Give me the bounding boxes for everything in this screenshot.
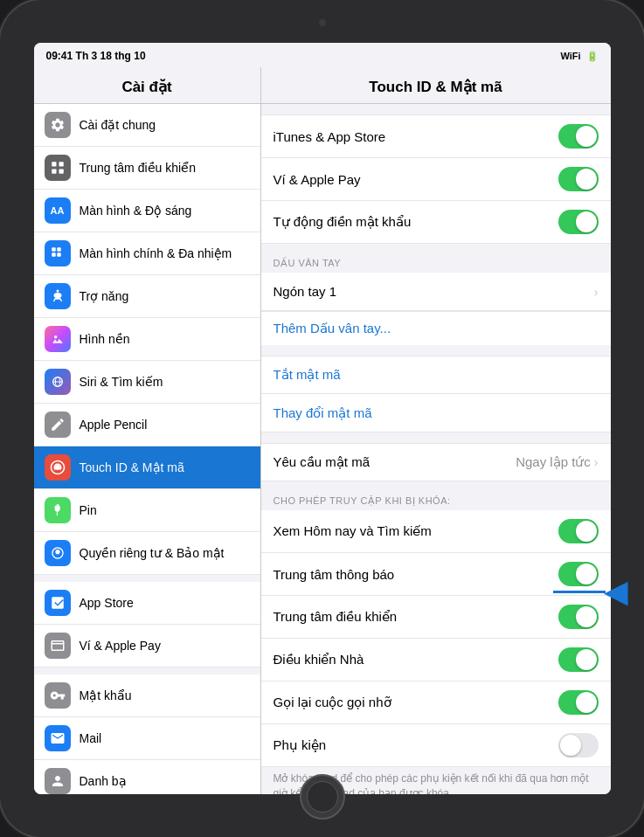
chevron-icon: › (594, 285, 599, 299)
chevron-icon-require: › (594, 455, 599, 469)
toggle-xem-hom-nay[interactable] (558, 519, 599, 543)
svg-rect-7 (57, 252, 61, 257)
yeu-cau-mat-ma-label: Yêu cầu mật mã (274, 454, 370, 470)
siri-icon (45, 369, 71, 395)
toggle-goi-lai-cuoc-goi[interactable] (558, 690, 599, 715)
home-button-inner (307, 781, 338, 813)
toggle-tu-dong-dien[interactable] (558, 210, 599, 234)
svg-rect-2 (52, 169, 56, 174)
fingerprint-section-label: DẤU VÂN TAY (261, 254, 611, 273)
sidebar-item-label-apple-pencil: Apple Pencil (80, 418, 148, 432)
svg-rect-1 (59, 162, 63, 166)
sidebar-item-hinh-nen[interactable]: Hình nền (34, 318, 260, 361)
apple-pencil-icon (45, 412, 71, 438)
cell-ngon-tay-1[interactable]: Ngón tay 1 › (261, 273, 611, 311)
mat-khau-icon (45, 682, 71, 709)
goi-lai-cuoc-goi-label: Gọi lại cuộc gọi nhỡ (274, 695, 391, 710)
man-hinh-do-sang-icon: AA (45, 197, 71, 224)
sidebar-item-touch-id[interactable]: Touch ID & Mật mã (34, 446, 260, 489)
password-actions-section: Tắt mật mã Thay đổi mật mã (261, 356, 611, 432)
danh-ba-icon (45, 768, 71, 794)
sidebar-item-cai-dat-chung[interactable]: Cài đặt chung (34, 104, 260, 147)
device: 09:41 Th 3 18 thg 10 WiFi 🔋 Cài đặt (0, 0, 644, 837)
toggle-itunes-app-store[interactable] (558, 124, 599, 149)
sidebar-item-tro-nang[interactable]: Trợ năng (34, 275, 260, 318)
sidebar-item-label-mail: Mail (80, 731, 102, 745)
sidebar-item-siri[interactable]: Siri & Tìm kiếm (34, 361, 260, 404)
arrow-head: ◀ (604, 576, 628, 607)
sidebar-item-mat-khau[interactable]: Mật khẩu (34, 668, 260, 717)
mail-icon (45, 725, 71, 751)
allow-section-label: CHO PHÉP TRUY CẬP KHI BỊ KHÓA: (261, 492, 611, 510)
cell-thay-doi-mat-ma[interactable]: Thay đổi mật mã (261, 394, 611, 432)
sidebar-item-quyen-rieng-tu[interactable]: Quyền riêng tư & Bảo mật (34, 532, 260, 575)
yeu-cau-mat-ma-value: Ngay lập tức › (516, 454, 598, 470)
wifi-icon: WiFi (560, 51, 580, 61)
sidebar-item-apple-pencil[interactable]: Apple Pencil (34, 404, 260, 446)
sidebar-group-1: Cài đặt chung Trung tâm điều khiển AA Mà… (34, 104, 260, 575)
require-section: Yêu cầu mật mã Ngay lập tức › (261, 443, 611, 481)
sidebar-item-label-siri: Siri & Tìm kiếm (80, 375, 163, 389)
itunes-app-store-label: iTunes & App Store (274, 129, 386, 144)
arrow-line (553, 591, 606, 593)
toggle-trung-tam-dieu-khien[interactable] (558, 605, 599, 629)
toggle-phu-kien[interactable] (558, 733, 599, 757)
sidebar-item-label-man-hinh-chinh: Màn hình chính & Đa nhiệm (80, 246, 232, 260)
svg-rect-0 (52, 162, 56, 166)
status-icons: WiFi 🔋 (560, 51, 598, 62)
cell-tat-mat-ma[interactable]: Tắt mật mã (261, 356, 611, 394)
sidebar: Cài đặt Cài đặt chung Trung tâm đi (34, 67, 261, 794)
cell-dieu-khien-nha[interactable]: Điều khiển Nhà (261, 639, 611, 681)
cell-itunes-app-store[interactable]: iTunes & App Store (261, 114, 611, 158)
sidebar-item-mail[interactable]: Mail (34, 717, 260, 760)
camera (319, 19, 326, 26)
toggle-section: iTunes & App Store Ví & Apple Pay Tự độn… (261, 114, 611, 244)
cell-yeu-cau-mat-ma[interactable]: Yêu cầu mật mã Ngay lập tức › (261, 443, 611, 481)
tro-nang-icon (45, 283, 71, 309)
cell-tu-dong-dien[interactable]: Tự động điền mật khẩu (261, 201, 611, 244)
sidebar-item-label-touch-id: Touch ID & Mật mã (80, 460, 184, 474)
cell-phu-kien[interactable]: Phụ kiện (261, 724, 611, 767)
screen: 09:41 Th 3 18 thg 10 WiFi 🔋 Cài đặt (34, 43, 611, 794)
toggle-vi-apple-pay[interactable] (558, 167, 599, 191)
tat-mat-ma-label: Tắt mật mã (274, 367, 341, 383)
sidebar-item-label-mat-khau: Mật khẩu (80, 688, 132, 702)
status-time: 09:41 Th 3 18 thg 10 (46, 50, 146, 62)
status-bar: 09:41 Th 3 18 thg 10 WiFi 🔋 (34, 43, 611, 67)
home-button[interactable] (300, 774, 345, 820)
add-fingerprint-cell[interactable]: Thêm Dấu vân tay... (261, 311, 611, 345)
add-fingerprint-label: Thêm Dấu vân tay... (274, 321, 391, 335)
fingerprint-section: DẤU VÂN TAY Ngón tay 1 › (261, 254, 611, 311)
ngon-tay-1-label: Ngón tay 1 (274, 284, 337, 299)
sidebar-item-man-hinh-chinh[interactable]: Màn hình chính & Đa nhiệm (34, 232, 260, 275)
toggle-dieu-khien-nha[interactable] (558, 647, 599, 672)
pin-icon (45, 497, 71, 523)
sidebar-item-man-hinh-do-sang[interactable]: AA Màn hình & Độ sáng (34, 190, 260, 232)
sidebar-item-danh-ba[interactable]: Danh bạ (34, 760, 260, 794)
svg-point-8 (56, 290, 59, 293)
cell-vi-apple-pay[interactable]: Ví & Apple Pay (261, 158, 611, 201)
svg-rect-3 (59, 169, 63, 174)
sidebar-item-label-danh-ba: Danh bạ (80, 774, 127, 788)
phu-kien-label: Phụ kiện (274, 737, 327, 753)
cell-xem-hom-nay[interactable]: Xem Hôm nay và Tìm kiếm (261, 510, 611, 553)
sidebar-item-app-store[interactable]: App Store (34, 575, 260, 625)
sidebar-item-label-cai-dat-chung: Cài đặt chung (80, 118, 156, 132)
sidebar-item-label-tro-nang: Trợ năng (80, 289, 129, 303)
tu-dong-dien-label: Tự động điền mật khẩu (274, 214, 412, 230)
allow-section: CHO PHÉP TRUY CẬP KHI BỊ KHÓA: Xem Hôm n… (261, 492, 611, 794)
sidebar-item-trung-tam-dieu-khien[interactable]: Trung tâm điều khiển (34, 147, 260, 190)
cell-goi-lai-cuoc-goi[interactable]: Gọi lại cuộc gọi nhỡ (261, 681, 611, 724)
sidebar-title: Cài đặt (34, 67, 260, 104)
sidebar-item-label-hinh-nen: Hình nền (80, 332, 130, 346)
sidebar-item-label-trung-tam-dieu-khien: Trung tâm điều khiển (80, 161, 196, 175)
sidebar-item-vi-apple-pay[interactable]: Ví & Apple Pay (34, 625, 260, 668)
thay-doi-mat-ma-label: Thay đổi mật mã (274, 405, 372, 421)
svg-rect-6 (52, 252, 56, 257)
sidebar-group-3: Mật khẩu Mail Danh bạ (34, 668, 260, 794)
blue-arrow-annotation: ◀ (553, 576, 628, 607)
xem-hom-nay-label: Xem Hôm nay và Tìm kiếm (274, 523, 432, 539)
sidebar-item-pin[interactable]: Pin (34, 489, 260, 532)
man-hinh-chinh-icon (45, 240, 71, 266)
sidebar-group-2: App Store Ví & Apple Pay (34, 575, 260, 668)
